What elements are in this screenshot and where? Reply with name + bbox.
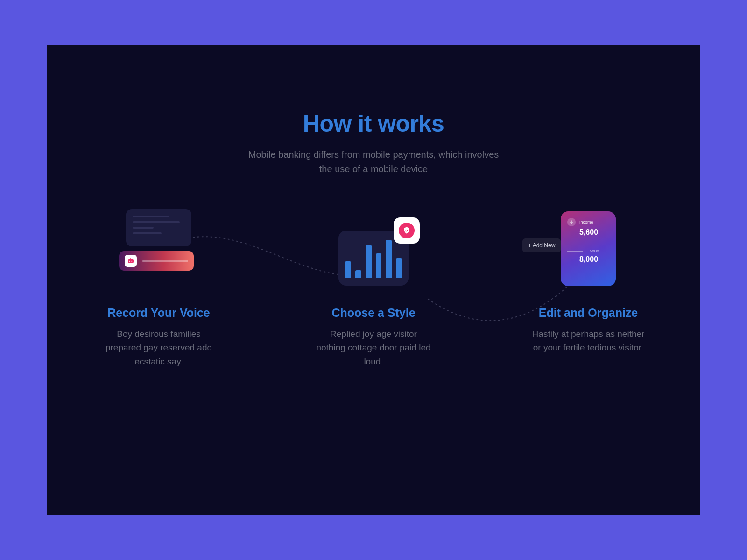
svg-rect-0 (128, 259, 134, 263)
income-card-icon: Income 5,600 5080 8,000 + Add New (561, 211, 616, 286)
feature-title: Record Your Voice (107, 306, 210, 320)
shield-badge-icon (394, 217, 420, 244)
illustration-income: Income 5,600 5080 8,000 + Add New (523, 204, 654, 293)
feature-title: Edit and Organize (539, 306, 638, 320)
section-heading: How it works (47, 110, 700, 137)
feature-edit-organize: Income 5,600 5080 8,000 + Add New Edit a… (523, 204, 654, 368)
svg-point-1 (129, 261, 130, 262)
illustration-voice (93, 204, 224, 293)
text-card-icon (126, 209, 191, 246)
svg-point-2 (131, 261, 132, 262)
bar-chart-icon (338, 231, 409, 286)
section-subheading: Mobile banking differs from mobile payme… (243, 147, 504, 176)
feature-desc: Replied joy age visitor nothing cottage … (315, 327, 432, 368)
second-value: 8,000 (579, 255, 609, 264)
robot-icon (125, 255, 137, 267)
feature-record-voice: Record Your Voice Boy desirous families … (93, 204, 224, 368)
feature-choose-style: Choose a Style Replied joy age visitor n… (308, 204, 439, 368)
voice-pill-icon (119, 251, 194, 271)
income-value: 5,600 (579, 228, 609, 237)
svg-rect-3 (130, 258, 131, 259)
arrow-down-icon (567, 218, 576, 226)
mini-bar-icon (567, 251, 583, 252)
add-new-pill: + Add New (522, 238, 561, 252)
second-label: 5080 (590, 249, 599, 253)
feature-desc: Boy desirous families prepared gay reser… (100, 327, 217, 368)
features-row: Record Your Voice Boy desirous families … (47, 204, 700, 368)
illustration-chart (308, 204, 439, 293)
income-label: Income (579, 220, 593, 224)
feature-desc: Hastily at perhaps as neither or your fe… (530, 327, 647, 355)
how-it-works-section: How it works Mobile banking differs from… (47, 45, 700, 515)
feature-title: Choose a Style (331, 306, 415, 320)
